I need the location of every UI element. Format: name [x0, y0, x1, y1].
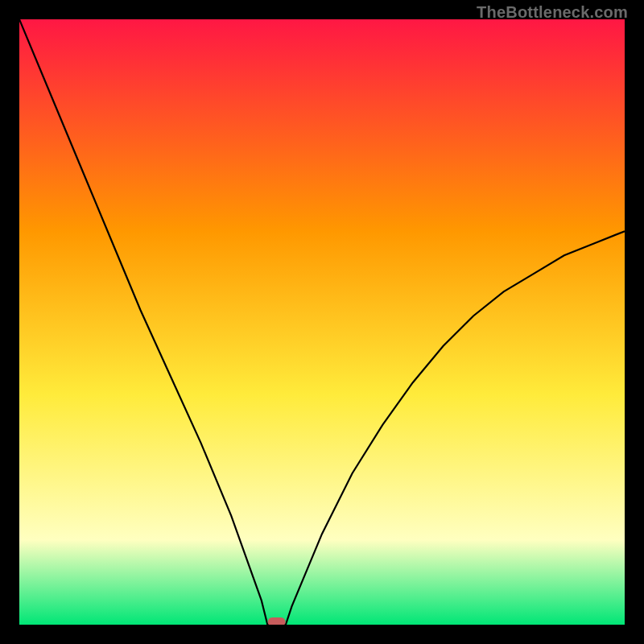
chart-plot-area — [19, 19, 625, 625]
chart-frame: TheBottleneck.com — [0, 0, 644, 644]
watermark-text: TheBottleneck.com — [477, 3, 628, 22]
marker-point — [268, 617, 286, 625]
chart-svg — [19, 19, 625, 625]
